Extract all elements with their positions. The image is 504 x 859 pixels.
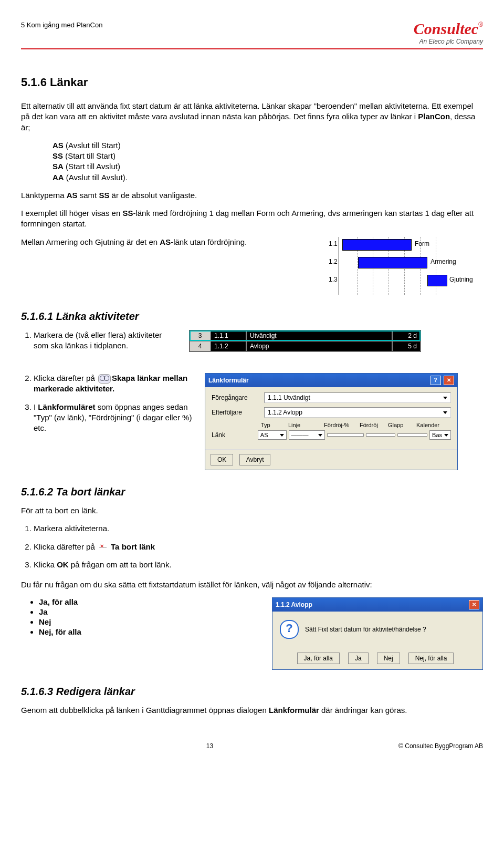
yes-button[interactable]: Ja <box>348 653 369 664</box>
fixed-date-prompt: Du får nu frågan om du ska sätta ett fix… <box>21 579 483 590</box>
label-lank: Länk <box>212 431 256 439</box>
gantt-row-num: 1.3 <box>329 276 338 283</box>
close-icon[interactable]: ✕ <box>469 600 479 609</box>
opt-ja-alla: Ja, för alla <box>39 597 78 606</box>
dialog-titlebar: Länkformulär ? ✕ <box>205 374 457 387</box>
remove-step-1: Markera aktiviteterna. <box>34 523 483 534</box>
linje-dropdown[interactable]: ——— <box>289 430 326 440</box>
kalender-dropdown[interactable]: Bas <box>429 430 451 440</box>
col-glapp: Glapp <box>388 422 414 428</box>
label-predecessor: Föregångare <box>212 394 259 401</box>
confirm-text: Sätt Fixt start datum för aktivitet/händ… <box>305 626 426 633</box>
link-form-dialog: Länkformulär ? ✕ Föregångare 1.1.1 Utvän… <box>205 373 458 470</box>
col-kalender: Kalender <box>416 422 451 428</box>
chevron-down-icon <box>443 397 447 399</box>
opt-nej-alla: Nej, för alla <box>39 627 81 636</box>
step-3: I Länkformuläret som öppnas anges sedan … <box>34 402 194 434</box>
options-list: Ja, för alla Ja Nej Nej, för alla <box>39 597 261 636</box>
opt-nej: Nej <box>39 617 51 626</box>
no-all-button[interactable]: Nej, för alla <box>408 653 454 664</box>
table-row[interactable]: 4 1.1.2 Avlopp 5 d <box>190 341 421 351</box>
dialog-title-text: Länkformulär <box>208 377 249 384</box>
gantt-label: Gjutning <box>449 276 473 283</box>
logo: Consultec® An Eleco plc Company <box>414 21 483 45</box>
paragraph-example: I exemplet till höger visas en SS-länk m… <box>21 208 483 230</box>
yes-all-button[interactable]: Ja, för alla <box>297 653 340 664</box>
heading-5161: 5.1.6.1 Länka aktiviteter <box>21 311 483 323</box>
logo-sub: An Eleco plc Company <box>414 38 483 45</box>
typ-dropdown[interactable]: AS <box>258 430 287 440</box>
paragraph-common-types: Länktyperna AS samt SS är de absolut van… <box>21 190 483 201</box>
chevron-down-icon <box>318 434 322 437</box>
gantt-row-num: 1.2 <box>329 258 338 265</box>
paragraph-as-link: Mellan Armering och Gjutning är det en A… <box>21 237 252 247</box>
glapp-input[interactable] <box>397 433 427 437</box>
no-button[interactable]: Nej <box>377 653 400 664</box>
cancel-button[interactable]: Avbryt <box>239 454 271 465</box>
gantt-bar-form <box>342 239 412 251</box>
remove-link-intro: För att ta bort en länk. <box>21 505 483 516</box>
col-typ: Typ <box>261 422 286 428</box>
gantt-bar-armering <box>358 257 427 268</box>
confirm-titlebar: 1.1.2 Avlopp ✕ <box>272 598 482 612</box>
remove-step-2: Klicka därefter på Ta bort länk <box>34 542 483 552</box>
predecessor-dropdown[interactable]: 1.1.1 Utvändigt <box>264 392 451 403</box>
create-link-icon[interactable] <box>98 374 111 384</box>
col-fordroj: Fördröj <box>360 422 386 428</box>
remove-link-icon[interactable] <box>98 543 108 552</box>
col-fordroj-p: Fördröj-% <box>324 422 358 428</box>
gantt-label: Armering <box>430 258 456 265</box>
help-icon[interactable]: ? <box>430 376 441 385</box>
opt-ja: Ja <box>39 607 48 616</box>
link-types-list: AS (Avslut till Start) SS (Start till St… <box>52 140 483 183</box>
header-section: 5 Kom igång med PlanCon <box>21 21 102 29</box>
logo-main: Consultec <box>414 20 478 37</box>
heading-516: 5.1.6 Länkar <box>21 76 483 89</box>
ok-button[interactable]: OK <box>211 454 233 465</box>
gantt-bar-gjutning <box>427 275 447 286</box>
copyright: © Consultec ByggProgram AB <box>398 742 483 750</box>
gantt-figure: 1.1 Form 1.2 Armering 1.3 Gjutning <box>339 237 483 295</box>
step-1: Markera de (två eller flera) aktiviteter… <box>34 330 178 351</box>
page-number: 13 <box>21 742 398 750</box>
edit-link-paragraph: Genom att dubbelklicka på länken i Gantt… <box>21 705 483 716</box>
gantt-label: Form <box>415 240 429 247</box>
remove-step-3: Klicka OK på frågan om att ta bort länk. <box>34 560 483 570</box>
close-icon[interactable]: ✕ <box>444 376 454 385</box>
logo-reg: ® <box>478 21 483 28</box>
header-rule <box>21 48 483 49</box>
confirm-title-text: 1.1.2 Avlopp <box>276 601 312 608</box>
step-2: Klicka därefter på Skapa länkar mellan m… <box>34 373 194 395</box>
gantt-row-num: 1.1 <box>329 240 338 247</box>
intro-paragraph: Ett alternativ till att använda fixt sta… <box>21 101 483 133</box>
chevron-down-icon <box>443 411 447 414</box>
question-icon: ? <box>280 620 299 639</box>
heading-5163: 5.1.6.3 Redigera länkar <box>21 686 483 698</box>
col-linje: Linje <box>288 422 322 428</box>
fordroj-p-input[interactable] <box>327 433 364 437</box>
confirm-dialog: 1.1.2 Avlopp ✕ ? Sätt Fixt start datum f… <box>272 597 483 670</box>
heading-5162: 5.1.6.2 Ta bort länkar <box>21 486 483 498</box>
label-successor: Efterföljare <box>212 409 259 416</box>
chevron-down-icon <box>280 434 284 437</box>
table-row[interactable]: 3 1.1.1 Utvändigt 2 d <box>190 330 421 341</box>
fordroj-input[interactable] <box>366 433 396 437</box>
activities-table: 3 1.1.1 Utvändigt 2 d 4 1.1.2 Avlopp 5 d <box>189 330 421 352</box>
successor-dropdown[interactable]: 1.1.2 Avlopp <box>264 407 451 418</box>
chevron-down-icon <box>444 434 448 437</box>
